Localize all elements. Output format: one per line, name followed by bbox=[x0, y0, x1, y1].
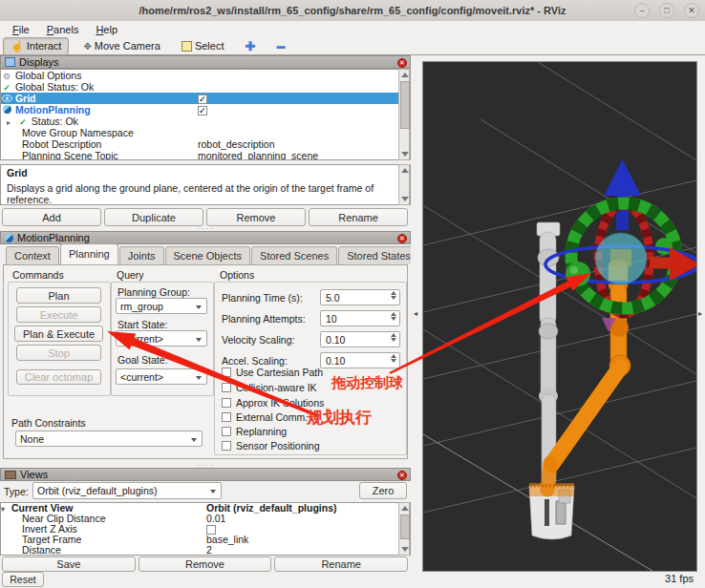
tree-row-move-group-namespace[interactable]: Move Group Namespace bbox=[1, 127, 410, 138]
menu-panels[interactable]: Panels bbox=[38, 24, 88, 35]
rename-button[interactable]: Rename bbox=[309, 208, 408, 226]
tab-planning[interactable]: Planning bbox=[60, 243, 118, 264]
tree-row-grid[interactable]: Grid bbox=[1, 93, 410, 104]
views-buttons: Save Remove Rename bbox=[2, 556, 408, 572]
move-camera-label: Move Camera bbox=[95, 40, 160, 52]
select-box-icon bbox=[182, 41, 192, 52]
menu-help[interactable]: Help bbox=[87, 24, 126, 35]
checkbox-label: Collision-aware IK bbox=[236, 382, 317, 393]
tree-row-value[interactable]: base_link bbox=[206, 535, 248, 545]
use-cartesian-path-row[interactable]: Use Cartesian Path bbox=[222, 367, 323, 378]
menu-file[interactable]: File bbox=[4, 24, 38, 35]
accel-scaling-spinbox[interactable]: 0.10 bbox=[320, 352, 400, 368]
views-remove-button[interactable]: Remove bbox=[139, 556, 272, 572]
planning-attempts-spinbox[interactable]: 10 bbox=[320, 310, 400, 326]
tree-row-value: Orbit (rviz_default_plugins) bbox=[206, 503, 337, 514]
close-button[interactable]: ✕ bbox=[684, 3, 699, 18]
motionplanning-panel-header[interactable]: MotionPlanning ✕ bbox=[0, 231, 411, 244]
zero-button[interactable]: Zero bbox=[359, 482, 407, 499]
tree-row-motionplanning[interactable]: MotionPlanning bbox=[1, 104, 410, 116]
plan-button[interactable]: Plan bbox=[16, 287, 101, 304]
clear-octomap-button[interactable]: Clear octomap bbox=[16, 369, 101, 385]
accel-scaling-label: Accel. Scaling: bbox=[222, 355, 288, 367]
use-cartesian-path-checkbox[interactable] bbox=[222, 368, 231, 377]
sensor-positioning-checkbox[interactable] bbox=[222, 441, 231, 451]
approx-ik-solutions-checkbox[interactable] bbox=[222, 398, 231, 408]
planning-group-combo[interactable]: rm_group bbox=[116, 298, 207, 314]
tab-stored-scenes[interactable]: Stored Scenes bbox=[251, 246, 337, 264]
tree-row-value[interactable]: 0.01 bbox=[206, 514, 225, 524]
velocity-scaling-spinbox[interactable]: 0.10 bbox=[320, 331, 400, 347]
views-type-combo[interactable]: Orbit (rviz_default_plugins) bbox=[32, 482, 222, 499]
displays-panel-header[interactable]: Displays ✕ bbox=[0, 55, 411, 69]
grid-enabled-checkbox[interactable] bbox=[198, 94, 207, 104]
menubar: File Panels Help bbox=[0, 21, 705, 37]
fps-counter: 31 fps bbox=[665, 573, 694, 584]
stop-button[interactable]: Stop bbox=[16, 345, 101, 361]
path-constraints-label: Path Constraints bbox=[11, 417, 86, 429]
zoom-out-tool-button[interactable]: ▬ bbox=[269, 38, 291, 54]
tree-row-value[interactable]: 2 bbox=[206, 545, 212, 556]
tree-row-robot-description[interactable]: Robot Description robot_description bbox=[1, 138, 410, 150]
move-camera-tool-button[interactable]: ✥ Move Camera bbox=[76, 38, 166, 54]
start-state-combo[interactable]: <current> bbox=[116, 330, 207, 346]
external-comm-row[interactable]: External Comm. bbox=[222, 411, 308, 423]
tree-row-target-frame[interactable]: Target Frame base_link bbox=[1, 535, 410, 545]
splitter-collapse-left-icon[interactable]: ◂ bbox=[414, 309, 417, 318]
collision-aware-ik-checkbox[interactable] bbox=[222, 383, 231, 392]
tab-context[interactable]: Context bbox=[6, 246, 59, 264]
collision-aware-ik-row[interactable]: Collision-aware IK bbox=[222, 382, 317, 393]
views-close-icon[interactable]: ✕ bbox=[397, 471, 407, 480]
execute-button[interactable]: Execute bbox=[16, 306, 101, 323]
tree-row-value[interactable]: robot_description bbox=[198, 138, 275, 150]
sensor-positioning-row[interactable]: Sensor Positioning bbox=[222, 440, 320, 452]
displays-scrollbar[interactable] bbox=[398, 69, 410, 160]
save-button[interactable]: Save bbox=[2, 556, 136, 572]
displays-tree: ⚙ Global Options ✓ Global Status: Ok Gri… bbox=[0, 69, 411, 160]
duplicate-button[interactable]: Duplicate bbox=[104, 208, 203, 226]
planning-attempts-label: Planning Attempts: bbox=[222, 313, 306, 325]
planning-time-spinbox[interactable]: 5.0 bbox=[320, 289, 400, 305]
remove-button[interactable]: Remove bbox=[206, 208, 306, 226]
tree-row-distance[interactable]: Distance 2 bbox=[1, 545, 410, 556]
tree-row-global-options[interactable]: ⚙ Global Options bbox=[1, 70, 410, 81]
splitter-collapse-right-icon[interactable]: ▸ bbox=[698, 309, 702, 318]
description-title: Grid bbox=[7, 167, 404, 178]
motionplanning-close-icon[interactable]: ✕ bbox=[397, 234, 407, 243]
tree-row-label: Move Group Namespace bbox=[22, 127, 134, 138]
external-comm-checkbox[interactable] bbox=[222, 412, 231, 422]
goal-state-combo[interactable]: <current> bbox=[116, 368, 207, 385]
maximize-button[interactable]: □ bbox=[659, 3, 674, 18]
add-button[interactable]: Add bbox=[2, 208, 101, 226]
render-viewport[interactable] bbox=[422, 61, 697, 572]
views-scrollbar[interactable] bbox=[398, 502, 410, 556]
path-constraints-combo[interactable]: None bbox=[15, 430, 203, 447]
tree-row-planning-scene-topic[interactable]: Planning Scene Topic monitored_planning_… bbox=[1, 150, 410, 160]
tree-row-value[interactable]: monitored_planning_scene bbox=[198, 150, 318, 160]
tab-scene-objects[interactable]: Scene Objects bbox=[165, 246, 251, 264]
tree-row-status-ok[interactable]: ▸ ✓ Status: Ok bbox=[1, 116, 410, 127]
tree-row-label: Robot Description bbox=[22, 138, 101, 150]
select-tool-button[interactable]: Select bbox=[175, 38, 231, 54]
views-rename-button[interactable]: Rename bbox=[274, 556, 408, 572]
interact-tool-button[interactable]: ☝ Interact bbox=[3, 37, 69, 55]
window-title: /home/rm/ros2_ws/install/rm_65_config/sh… bbox=[139, 5, 566, 16]
eye-icon bbox=[1, 93, 12, 104]
tab-stored-states[interactable]: Stored States bbox=[338, 246, 419, 264]
motionplanning-icon bbox=[1, 104, 12, 116]
description-scrollbar[interactable] bbox=[398, 164, 410, 205]
tree-row-global-status[interactable]: ✓ Global Status: Ok bbox=[1, 81, 410, 93]
chevron-down-icon bbox=[210, 490, 216, 494]
tab-joints[interactable]: Joints bbox=[119, 246, 164, 264]
replanning-checkbox[interactable] bbox=[222, 427, 231, 436]
replanning-row[interactable]: Replanning bbox=[222, 426, 287, 437]
plan-and-execute-button[interactable]: Plan & Execute bbox=[14, 326, 103, 342]
views-panel-header[interactable]: Views ✕ bbox=[0, 468, 411, 481]
zoom-in-tool-button[interactable]: ✚ bbox=[238, 38, 262, 54]
minimize-button[interactable]: – bbox=[634, 3, 650, 18]
planning-group-value: rm_group bbox=[120, 301, 163, 312]
motionplanning-enabled-checkbox[interactable] bbox=[198, 106, 207, 116]
chevron-down-icon bbox=[196, 376, 202, 380]
displays-close-icon[interactable]: ✕ bbox=[397, 58, 407, 68]
reset-button[interactable]: Reset bbox=[2, 572, 44, 587]
